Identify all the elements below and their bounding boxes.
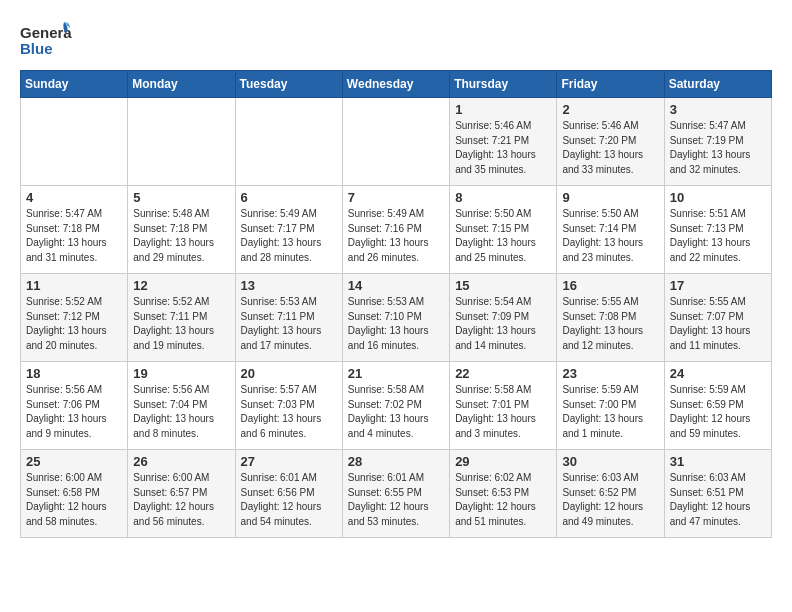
- day-number: 24: [670, 366, 766, 381]
- day-info: Sunrise: 5:47 AM Sunset: 7:19 PM Dayligh…: [670, 119, 766, 177]
- day-number: 11: [26, 278, 122, 293]
- calendar-cell: 27Sunrise: 6:01 AM Sunset: 6:56 PM Dayli…: [235, 450, 342, 538]
- calendar-cell: 24Sunrise: 5:59 AM Sunset: 6:59 PM Dayli…: [664, 362, 771, 450]
- week-row-1: 1Sunrise: 5:46 AM Sunset: 7:21 PM Daylig…: [21, 98, 772, 186]
- day-info: Sunrise: 5:49 AM Sunset: 7:16 PM Dayligh…: [348, 207, 444, 265]
- day-info: Sunrise: 5:58 AM Sunset: 7:02 PM Dayligh…: [348, 383, 444, 441]
- calendar-cell: 16Sunrise: 5:55 AM Sunset: 7:08 PM Dayli…: [557, 274, 664, 362]
- week-row-5: 25Sunrise: 6:00 AM Sunset: 6:58 PM Dayli…: [21, 450, 772, 538]
- calendar-cell: 13Sunrise: 5:53 AM Sunset: 7:11 PM Dayli…: [235, 274, 342, 362]
- header-row: SundayMondayTuesdayWednesdayThursdayFrid…: [21, 71, 772, 98]
- day-info: Sunrise: 5:52 AM Sunset: 7:11 PM Dayligh…: [133, 295, 229, 353]
- day-info: Sunrise: 6:01 AM Sunset: 6:56 PM Dayligh…: [241, 471, 337, 529]
- calendar-cell: 1Sunrise: 5:46 AM Sunset: 7:21 PM Daylig…: [450, 98, 557, 186]
- day-number: 15: [455, 278, 551, 293]
- calendar-cell: 25Sunrise: 6:00 AM Sunset: 6:58 PM Dayli…: [21, 450, 128, 538]
- calendar-cell: 23Sunrise: 5:59 AM Sunset: 7:00 PM Dayli…: [557, 362, 664, 450]
- day-number: 23: [562, 366, 658, 381]
- calendar-table: SundayMondayTuesdayWednesdayThursdayFrid…: [20, 70, 772, 538]
- day-header-monday: Monday: [128, 71, 235, 98]
- day-info: Sunrise: 5:59 AM Sunset: 6:59 PM Dayligh…: [670, 383, 766, 441]
- day-number: 16: [562, 278, 658, 293]
- calendar-cell: 12Sunrise: 5:52 AM Sunset: 7:11 PM Dayli…: [128, 274, 235, 362]
- day-number: 12: [133, 278, 229, 293]
- calendar-cell: 2Sunrise: 5:46 AM Sunset: 7:20 PM Daylig…: [557, 98, 664, 186]
- page-header: General Blue: [20, 20, 772, 60]
- calendar-cell: 8Sunrise: 5:50 AM Sunset: 7:15 PM Daylig…: [450, 186, 557, 274]
- day-number: 6: [241, 190, 337, 205]
- day-number: 13: [241, 278, 337, 293]
- day-number: 28: [348, 454, 444, 469]
- day-number: 22: [455, 366, 551, 381]
- day-number: 21: [348, 366, 444, 381]
- week-row-2: 4Sunrise: 5:47 AM Sunset: 7:18 PM Daylig…: [21, 186, 772, 274]
- day-header-friday: Friday: [557, 71, 664, 98]
- day-number: 8: [455, 190, 551, 205]
- calendar-cell: [235, 98, 342, 186]
- day-info: Sunrise: 6:01 AM Sunset: 6:55 PM Dayligh…: [348, 471, 444, 529]
- day-number: 10: [670, 190, 766, 205]
- day-number: 31: [670, 454, 766, 469]
- calendar-cell: [21, 98, 128, 186]
- day-info: Sunrise: 5:58 AM Sunset: 7:01 PM Dayligh…: [455, 383, 551, 441]
- day-info: Sunrise: 5:52 AM Sunset: 7:12 PM Dayligh…: [26, 295, 122, 353]
- day-info: Sunrise: 5:49 AM Sunset: 7:17 PM Dayligh…: [241, 207, 337, 265]
- calendar-cell: 20Sunrise: 5:57 AM Sunset: 7:03 PM Dayli…: [235, 362, 342, 450]
- calendar-cell: 11Sunrise: 5:52 AM Sunset: 7:12 PM Dayli…: [21, 274, 128, 362]
- calendar-cell: 7Sunrise: 5:49 AM Sunset: 7:16 PM Daylig…: [342, 186, 449, 274]
- calendar-cell: 29Sunrise: 6:02 AM Sunset: 6:53 PM Dayli…: [450, 450, 557, 538]
- svg-text:Blue: Blue: [20, 40, 53, 57]
- calendar-cell: 6Sunrise: 5:49 AM Sunset: 7:17 PM Daylig…: [235, 186, 342, 274]
- calendar-cell: 30Sunrise: 6:03 AM Sunset: 6:52 PM Dayli…: [557, 450, 664, 538]
- day-info: Sunrise: 6:02 AM Sunset: 6:53 PM Dayligh…: [455, 471, 551, 529]
- day-number: 3: [670, 102, 766, 117]
- calendar-cell: 21Sunrise: 5:58 AM Sunset: 7:02 PM Dayli…: [342, 362, 449, 450]
- day-info: Sunrise: 5:56 AM Sunset: 7:04 PM Dayligh…: [133, 383, 229, 441]
- day-info: Sunrise: 5:46 AM Sunset: 7:20 PM Dayligh…: [562, 119, 658, 177]
- day-number: 14: [348, 278, 444, 293]
- day-info: Sunrise: 5:55 AM Sunset: 7:08 PM Dayligh…: [562, 295, 658, 353]
- calendar-cell: 17Sunrise: 5:55 AM Sunset: 7:07 PM Dayli…: [664, 274, 771, 362]
- day-info: Sunrise: 5:59 AM Sunset: 7:00 PM Dayligh…: [562, 383, 658, 441]
- day-info: Sunrise: 6:00 AM Sunset: 6:58 PM Dayligh…: [26, 471, 122, 529]
- day-header-thursday: Thursday: [450, 71, 557, 98]
- calendar-cell: 14Sunrise: 5:53 AM Sunset: 7:10 PM Dayli…: [342, 274, 449, 362]
- day-number: 2: [562, 102, 658, 117]
- calendar-cell: 26Sunrise: 6:00 AM Sunset: 6:57 PM Dayli…: [128, 450, 235, 538]
- calendar-cell: [342, 98, 449, 186]
- day-info: Sunrise: 5:47 AM Sunset: 7:18 PM Dayligh…: [26, 207, 122, 265]
- day-header-wednesday: Wednesday: [342, 71, 449, 98]
- day-info: Sunrise: 5:55 AM Sunset: 7:07 PM Dayligh…: [670, 295, 766, 353]
- day-number: 18: [26, 366, 122, 381]
- week-row-3: 11Sunrise: 5:52 AM Sunset: 7:12 PM Dayli…: [21, 274, 772, 362]
- day-info: Sunrise: 5:56 AM Sunset: 7:06 PM Dayligh…: [26, 383, 122, 441]
- calendar-cell: 10Sunrise: 5:51 AM Sunset: 7:13 PM Dayli…: [664, 186, 771, 274]
- day-number: 5: [133, 190, 229, 205]
- day-header-tuesday: Tuesday: [235, 71, 342, 98]
- day-number: 19: [133, 366, 229, 381]
- day-info: Sunrise: 5:48 AM Sunset: 7:18 PM Dayligh…: [133, 207, 229, 265]
- week-row-4: 18Sunrise: 5:56 AM Sunset: 7:06 PM Dayli…: [21, 362, 772, 450]
- calendar-cell: 9Sunrise: 5:50 AM Sunset: 7:14 PM Daylig…: [557, 186, 664, 274]
- day-info: Sunrise: 6:03 AM Sunset: 6:51 PM Dayligh…: [670, 471, 766, 529]
- day-number: 29: [455, 454, 551, 469]
- day-info: Sunrise: 5:50 AM Sunset: 7:14 PM Dayligh…: [562, 207, 658, 265]
- calendar-cell: 3Sunrise: 5:47 AM Sunset: 7:19 PM Daylig…: [664, 98, 771, 186]
- day-info: Sunrise: 5:50 AM Sunset: 7:15 PM Dayligh…: [455, 207, 551, 265]
- calendar-cell: 22Sunrise: 5:58 AM Sunset: 7:01 PM Dayli…: [450, 362, 557, 450]
- calendar-cell: [128, 98, 235, 186]
- logo: General Blue: [20, 20, 72, 60]
- day-number: 4: [26, 190, 122, 205]
- calendar-cell: 5Sunrise: 5:48 AM Sunset: 7:18 PM Daylig…: [128, 186, 235, 274]
- day-header-sunday: Sunday: [21, 71, 128, 98]
- calendar-cell: 18Sunrise: 5:56 AM Sunset: 7:06 PM Dayli…: [21, 362, 128, 450]
- day-number: 20: [241, 366, 337, 381]
- day-info: Sunrise: 5:46 AM Sunset: 7:21 PM Dayligh…: [455, 119, 551, 177]
- day-number: 30: [562, 454, 658, 469]
- day-info: Sunrise: 5:53 AM Sunset: 7:11 PM Dayligh…: [241, 295, 337, 353]
- calendar-cell: 28Sunrise: 6:01 AM Sunset: 6:55 PM Dayli…: [342, 450, 449, 538]
- day-info: Sunrise: 6:03 AM Sunset: 6:52 PM Dayligh…: [562, 471, 658, 529]
- day-info: Sunrise: 5:53 AM Sunset: 7:10 PM Dayligh…: [348, 295, 444, 353]
- day-number: 17: [670, 278, 766, 293]
- day-header-saturday: Saturday: [664, 71, 771, 98]
